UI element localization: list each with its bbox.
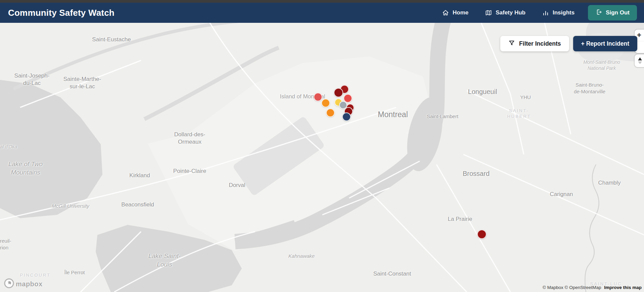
bar-chart-icon: [542, 9, 549, 16]
sign-out-label: Sign Out: [606, 9, 630, 16]
map-icon: [485, 9, 492, 16]
improve-map-link[interactable]: Improve this map: [604, 285, 642, 290]
incident-marker[interactable]: [321, 99, 330, 107]
nav-item-label: Insights: [553, 9, 574, 16]
incident-marker[interactable]: [326, 108, 335, 117]
funnel-icon: [508, 40, 515, 48]
app-title: Community Safety Watch: [8, 8, 114, 18]
map-canvas[interactable]: Filter Incidents + Report Incident + map…: [0, 23, 644, 292]
nav-item-insights[interactable]: Insights: [542, 9, 574, 16]
filter-incidents-button[interactable]: Filter Incidents: [500, 36, 569, 51]
nav-item-label: Home: [453, 9, 468, 16]
nav-item-label: Safety Hub: [496, 9, 525, 16]
map-attribution: © Mapbox © OpenStreetMap Improve this ma…: [543, 285, 642, 290]
home-icon: [442, 9, 449, 16]
sign-out-icon: [595, 9, 602, 17]
report-incident-button[interactable]: + Report Incident: [573, 36, 637, 51]
compass-icon: [635, 56, 644, 65]
mapbox-logo[interactable]: mapbox: [4, 278, 43, 290]
nav-item-safety-hub[interactable]: Safety Hub: [485, 9, 525, 16]
app-header: Community Safety Watch HomeSafety HubIns…: [0, 3, 644, 23]
incident-marker[interactable]: [477, 230, 487, 239]
incident-marker[interactable]: [334, 88, 343, 97]
map-base-art: [0, 23, 644, 292]
incident-marker[interactable]: [342, 112, 351, 121]
incident-marker[interactable]: [314, 93, 322, 101]
filter-incidents-label: Filter Incidents: [519, 40, 561, 47]
main-nav: HomeSafety HubInsights: [442, 9, 574, 16]
mapbox-logo-word: mapbox: [16, 280, 43, 288]
map-action-buttons: Filter Incidents + Report Incident: [500, 36, 637, 51]
sign-out-button[interactable]: Sign Out: [588, 5, 637, 20]
attribution-osm-link[interactable]: © OpenStreetMap: [564, 285, 601, 290]
report-incident-label: + Report Incident: [581, 40, 629, 47]
window-chrome-strip: [0, 0, 644, 3]
nav-item-home[interactable]: Home: [442, 9, 468, 16]
attribution-mapbox-link[interactable]: © Mapbox: [543, 285, 563, 290]
compass-button[interactable]: [635, 54, 644, 67]
mapbox-logo-icon: [4, 278, 14, 290]
